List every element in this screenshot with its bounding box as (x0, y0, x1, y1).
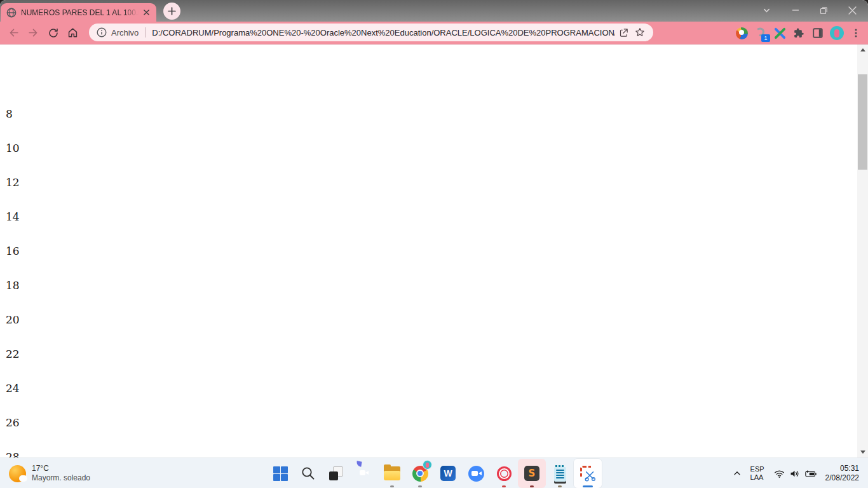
address-separator (145, 27, 146, 37)
search-button[interactable] (294, 459, 322, 488)
clock-widget[interactable]: 05:31 2/08/2022 (822, 464, 865, 483)
browser-toolbar: Archivo D:/CORADRUM/Programa%20ONE%20-%2… (0, 22, 868, 44)
language-top: ESP (750, 465, 764, 473)
weather-condition: Mayorm. soleado (32, 473, 90, 483)
zoom-button[interactable] (462, 459, 490, 488)
language-bottom: LAA (750, 473, 764, 482)
tab-search-chevron-icon[interactable] (752, 0, 781, 20)
page-content: 8 10 12 14 16 18 20 22 24 26 28 30 (0, 44, 857, 458)
tray-chevron-button[interactable] (728, 461, 746, 486)
profile-avatar[interactable] (827, 24, 846, 43)
tab-title: NUMEROS PARES DEL 1 AL 100.H (21, 8, 140, 17)
even-number: 12 (6, 176, 20, 189)
chat-icon (356, 465, 372, 482)
side-panel-icon[interactable] (808, 24, 827, 43)
info-icon (97, 27, 107, 37)
url-text: D:/CORADRUM/Programa%20ONE%20-%20Oracle%… (152, 28, 615, 37)
restore-button[interactable] (810, 0, 838, 20)
extension-badge: 1 (761, 34, 770, 42)
tray-time: 05:31 (825, 464, 859, 473)
even-number: 14 (6, 210, 20, 223)
opera-icon (497, 466, 512, 481)
word-button[interactable] (434, 459, 462, 488)
tab-close-icon[interactable] (140, 7, 152, 18)
star-icon (634, 27, 646, 38)
address-bar[interactable]: Archivo D:/CORADRUM/Programa%20ONE%20-%2… (89, 24, 653, 41)
extensions-puzzle-icon[interactable] (789, 24, 808, 43)
back-button[interactable] (4, 24, 24, 43)
minimize-button[interactable] (781, 0, 810, 20)
task-view-button[interactable] (322, 459, 350, 488)
start-button[interactable] (266, 459, 294, 488)
even-number: 26 (6, 416, 20, 429)
forward-button[interactable] (24, 24, 43, 43)
even-number: 22 (6, 348, 20, 360)
mostly-sunny-icon (9, 465, 26, 482)
sublime-text-icon (524, 466, 539, 481)
word-icon (440, 466, 456, 481)
reload-button[interactable] (43, 24, 63, 43)
chrome-profile-badge (423, 460, 432, 470)
wifi-icon (774, 468, 785, 479)
search-icon (301, 466, 316, 481)
snipping-tool-icon (580, 465, 596, 482)
even-number: 16 (6, 245, 20, 257)
scroll-down-button[interactable] (857, 447, 868, 458)
site-info-chip[interactable]: Archivo (97, 27, 139, 37)
battery-charging-icon (804, 468, 817, 479)
even-number: 28 (6, 451, 20, 458)
browser-tab[interactable]: NUMEROS PARES DEL 1 AL 100.H (1, 3, 156, 22)
weather-widget[interactable]: 17°C Mayorm. soleado (5, 458, 94, 488)
tray-date: 2/08/2022 (825, 473, 859, 483)
task-view-icon (329, 466, 343, 480)
even-number: 20 (6, 313, 20, 326)
teams-chat-button[interactable] (350, 459, 378, 488)
share-icon (618, 27, 629, 38)
new-tab-button[interactable] (163, 3, 180, 20)
scheme-label: Archivo (111, 28, 139, 37)
even-number: 10 (6, 142, 20, 154)
file-explorer-button[interactable] (378, 459, 406, 488)
quick-settings-button[interactable] (769, 468, 822, 479)
window-controls (752, 0, 867, 20)
x-extension-icon[interactable] (770, 24, 789, 43)
menu-kebab-icon[interactable] (846, 24, 865, 43)
windows-taskbar: 17°C Mayorm. soleado (0, 458, 868, 488)
system-tray: ESP LAA 05:31 2/08/2022 (728, 458, 865, 488)
plus-icon (168, 7, 176, 15)
windows-logo-icon (273, 466, 288, 481)
toolbar-right-icons: 1 (732, 24, 865, 43)
opera-button[interactable] (490, 459, 518, 488)
even-number: 18 (6, 279, 20, 292)
tab-strip: NUMEROS PARES DEL 1 AL 100.H (0, 0, 868, 22)
even-number: 8 (6, 107, 13, 120)
notepad-icon (554, 467, 566, 482)
folder-icon (384, 466, 400, 480)
chevron-up-icon (733, 469, 742, 478)
snipping-tool-button[interactable] (574, 459, 602, 488)
sublime-text-button[interactable] (518, 459, 546, 488)
scrollbar-thumb[interactable] (858, 74, 867, 170)
zoom-app-icon (468, 466, 484, 482)
notepad-button[interactable] (546, 459, 574, 488)
gray-extension-icon[interactable]: 1 (751, 24, 770, 43)
home-button[interactable] (63, 24, 83, 43)
bookmark-star-button[interactable] (632, 24, 648, 41)
colorful-extension-icon[interactable] (732, 24, 751, 43)
globe-favicon-icon (6, 8, 17, 18)
weather-temperature: 17°C (32, 464, 90, 473)
browser-window: NUMEROS PARES DEL 1 AL 100.H (0, 0, 868, 458)
chrome-button[interactable] (406, 459, 434, 488)
scroll-up-button[interactable] (857, 44, 868, 55)
volume-icon (789, 468, 800, 479)
taskbar-apps (266, 459, 602, 488)
share-button[interactable] (615, 24, 632, 41)
language-indicator[interactable]: ESP LAA (746, 461, 769, 486)
even-number: 24 (6, 382, 20, 395)
close-button[interactable] (838, 0, 867, 20)
vertical-scrollbar[interactable] (857, 44, 868, 458)
